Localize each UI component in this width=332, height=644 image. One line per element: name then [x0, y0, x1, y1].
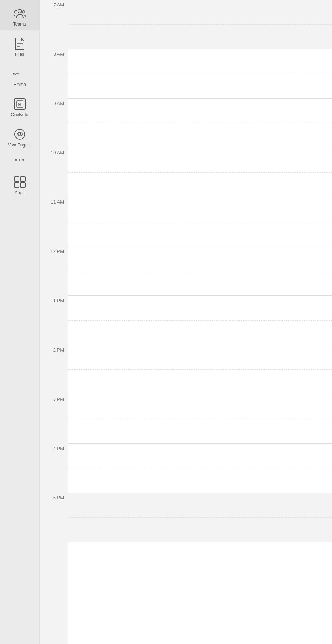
svg-point-14: [15, 129, 25, 139]
hour-block-3pm[interactable]: [68, 394, 332, 444]
hour-block-11am[interactable]: [68, 197, 332, 246]
apps-label: Apps: [15, 190, 24, 195]
svg-text:now: now: [13, 72, 19, 76]
viva-engage-icon: [13, 127, 27, 141]
time-column: 7 AM 8 AM 9 AM 10 AM 11 AM 12 PM 1 PM 2 …: [40, 0, 68, 644]
time-label-10am: 10 AM: [51, 150, 64, 155]
time-label-2pm: 2 PM: [53, 347, 64, 353]
time-slot-9am: 9 AM: [40, 99, 68, 148]
time-slot-11am: 11 AM: [40, 197, 68, 246]
apps-icon: [13, 175, 27, 189]
hour-block-9am[interactable]: [68, 99, 332, 148]
event-column[interactable]: [68, 0, 332, 644]
sidebar-item-apps[interactable]: Apps: [0, 169, 39, 199]
time-label-12pm: 12 PM: [50, 249, 64, 254]
time-slot-10am: 10 AM: [40, 148, 68, 197]
sidebar-more-button[interactable]: [0, 151, 39, 169]
teams-label: Teams: [13, 22, 26, 27]
emma-icon: now: [13, 67, 27, 81]
time-label-1pm: 1 PM: [53, 298, 64, 303]
svg-rect-17: [20, 177, 25, 181]
time-label-8am: 8 AM: [53, 51, 64, 57]
hour-block-8am[interactable]: [68, 49, 332, 99]
hour-block-2pm[interactable]: [68, 345, 332, 394]
onenote-icon: N: [13, 97, 27, 111]
time-slot-5pm: 5 PM: [40, 493, 68, 542]
svg-text:N: N: [18, 101, 21, 107]
hour-block-12pm[interactable]: [68, 246, 332, 296]
svg-rect-16: [14, 177, 19, 181]
sidebar-item-viva-engage[interactable]: Viva Enga...: [0, 121, 39, 151]
files-label: Files: [15, 52, 24, 57]
time-label-3pm: 3 PM: [53, 396, 64, 402]
hour-block-7am[interactable]: [68, 0, 332, 49]
time-slot-3pm: 3 PM: [40, 394, 68, 444]
hour-block-1pm[interactable]: [68, 296, 332, 345]
time-slot-7am: 7 AM: [40, 0, 68, 49]
files-icon: [13, 37, 27, 50]
time-slot-4pm: 4 PM: [40, 444, 68, 493]
time-slot-2pm: 2 PM: [40, 345, 68, 394]
hour-block-5pm[interactable]: [68, 493, 332, 542]
time-label-5pm: 5 PM: [53, 495, 64, 500]
onenote-label: OneNote: [11, 112, 28, 117]
time-slot-8am: 8 AM: [40, 49, 68, 99]
sidebar-item-onenote[interactable]: N OneNote: [0, 91, 39, 121]
hour-block-4pm[interactable]: [68, 444, 332, 493]
sidebar-item-emma[interactable]: now Emma: [0, 60, 39, 91]
sidebar-item-files[interactable]: Files: [0, 30, 39, 60]
svg-point-0: [18, 9, 22, 13]
viva-engage-label: Viva Enga...: [8, 142, 31, 148]
time-slot-1pm: 1 PM: [40, 296, 68, 345]
svg-point-1: [14, 11, 17, 13]
calendar-view: 7 AM 8 AM 9 AM 10 AM 11 AM 12 PM 1 PM 2 …: [40, 0, 332, 644]
svg-point-2: [22, 11, 25, 13]
time-label-11am: 11 AM: [51, 199, 64, 205]
sidebar-item-teams[interactable]: Teams: [0, 0, 39, 30]
svg-rect-19: [20, 183, 25, 187]
svg-rect-18: [14, 183, 19, 187]
hour-block-10am[interactable]: [68, 148, 332, 197]
time-slot-12pm: 12 PM: [40, 246, 68, 296]
svg-point-15: [19, 133, 21, 135]
emma-label: Emma: [13, 82, 26, 87]
more-dots-icon: [15, 159, 24, 161]
time-label-9am: 9 AM: [53, 101, 64, 106]
sidebar: Teams Files now Emma N: [0, 0, 40, 644]
time-label-7am: 7 AM: [53, 2, 64, 8]
teams-icon: [13, 6, 27, 20]
time-label-4pm: 4 PM: [53, 446, 64, 451]
